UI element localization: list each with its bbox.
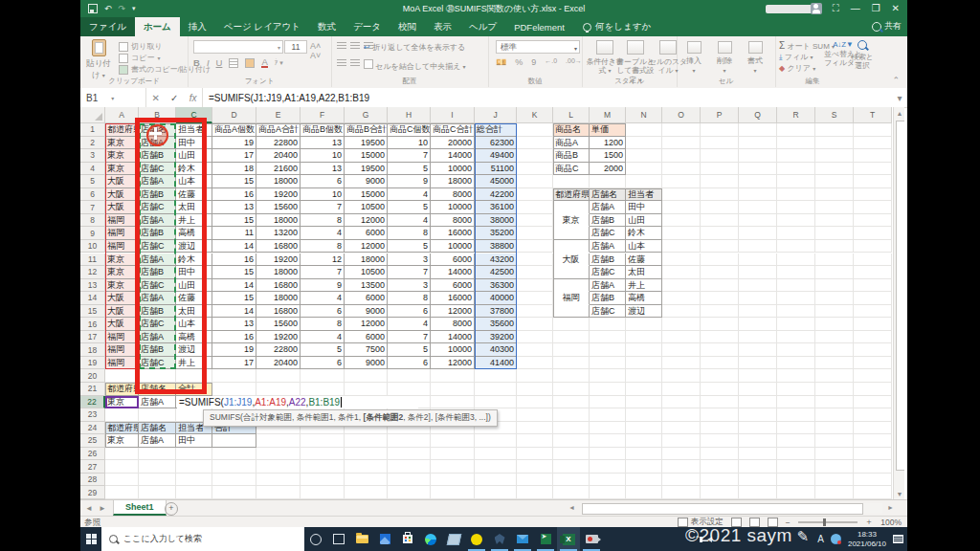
cell-T21[interactable] bbox=[854, 383, 892, 396]
column-header-J[interactable]: J bbox=[475, 107, 517, 123]
cell-F26[interactable] bbox=[301, 448, 345, 461]
cell-F3[interactable]: 10 bbox=[301, 149, 345, 163]
cell-S20[interactable] bbox=[815, 369, 854, 383]
cell-H6[interactable]: 4 bbox=[388, 188, 431, 202]
cell-M3[interactable]: 1500 bbox=[590, 149, 626, 163]
cell-R5[interactable] bbox=[777, 175, 815, 188]
cell-R7[interactable] bbox=[777, 201, 815, 214]
new-sheet-icon[interactable]: + bbox=[165, 502, 178, 516]
row-header-4[interactable]: 4 bbox=[80, 163, 105, 176]
cell-A1[interactable]: 都道府県 bbox=[105, 123, 139, 137]
cell-E3[interactable]: 20400 bbox=[256, 149, 301, 163]
currency-icon[interactable]: 💴 bbox=[496, 57, 506, 67]
cell-A25[interactable]: 東京 bbox=[105, 434, 139, 448]
column-header-A[interactable]: A bbox=[105, 107, 139, 123]
tab-file[interactable]: ファイル bbox=[80, 17, 135, 36]
cell-R17[interactable] bbox=[777, 331, 815, 344]
cell-F27[interactable] bbox=[301, 460, 345, 474]
cell-S26[interactable] bbox=[815, 448, 854, 461]
cell-B8[interactable]: 店舗A bbox=[139, 214, 176, 228]
cell-A20[interactable] bbox=[105, 369, 139, 383]
cell-Q28[interactable] bbox=[739, 474, 777, 487]
cell-H5[interactable]: 9 bbox=[388, 175, 431, 188]
cell-K14[interactable] bbox=[517, 292, 553, 305]
cell-C12[interactable]: 田中 bbox=[176, 266, 212, 279]
cell-I22[interactable] bbox=[431, 396, 475, 409]
cell-A11[interactable]: 東京 bbox=[105, 253, 139, 267]
cell-G29[interactable] bbox=[345, 486, 388, 499]
align-middle-icon[interactable] bbox=[350, 42, 360, 50]
cell-E14[interactable]: 18000 bbox=[256, 292, 301, 305]
cell-N6[interactable]: 担当者 bbox=[626, 188, 662, 202]
cell-N20[interactable] bbox=[626, 369, 662, 383]
cell-F18[interactable]: 5 bbox=[301, 343, 345, 357]
fill-button[interactable]: ⤓ フィル ▾ bbox=[779, 52, 813, 62]
find-select-button[interactable]: 検索と選択 bbox=[848, 40, 877, 71]
cell-N27[interactable] bbox=[626, 460, 662, 474]
cell-S5[interactable] bbox=[815, 175, 854, 188]
row-header-25[interactable]: 25 bbox=[80, 434, 105, 448]
cell-I18[interactable]: 10000 bbox=[431, 343, 475, 357]
cell-L7[interactable] bbox=[553, 201, 590, 214]
cell-K6[interactable] bbox=[517, 188, 553, 202]
cell-R10[interactable] bbox=[777, 240, 815, 253]
cell-Q11[interactable] bbox=[739, 253, 777, 267]
cell-F10[interactable]: 8 bbox=[301, 240, 345, 253]
cell-F29[interactable] bbox=[301, 486, 345, 499]
cell-E20[interactable] bbox=[256, 369, 301, 383]
cell-P14[interactable] bbox=[701, 292, 739, 305]
row-header-29[interactable]: 29 bbox=[80, 486, 105, 499]
cell-B22[interactable]: 店舗A bbox=[139, 396, 176, 409]
tab-review[interactable]: 校閲 bbox=[390, 17, 425, 36]
cell-P28[interactable] bbox=[701, 474, 739, 487]
font-name-select[interactable]: ▾ bbox=[193, 40, 283, 54]
cell-G26[interactable] bbox=[345, 448, 388, 461]
row-header-13[interactable]: 13 bbox=[80, 279, 105, 293]
cell-E25[interactable] bbox=[256, 434, 301, 448]
onenote-button[interactable] bbox=[442, 527, 465, 551]
cell-J20[interactable] bbox=[475, 369, 517, 383]
cell-J16[interactable]: 35600 bbox=[475, 318, 517, 331]
comma-icon[interactable]: 9 bbox=[531, 57, 536, 67]
cell-A26[interactable] bbox=[105, 448, 139, 461]
cell-F13[interactable]: 9 bbox=[301, 279, 345, 293]
cell-B17[interactable]: 店舗A bbox=[139, 331, 176, 344]
cell-I27[interactable] bbox=[431, 460, 475, 474]
cell-T24[interactable] bbox=[854, 422, 892, 435]
cell-K3[interactable] bbox=[517, 149, 553, 163]
cell-R29[interactable] bbox=[777, 486, 815, 499]
cell-N12[interactable]: 太田 bbox=[626, 266, 662, 279]
cell-I4[interactable]: 10000 bbox=[431, 163, 475, 176]
scroll-up-icon[interactable]: ▲ bbox=[894, 107, 904, 119]
cell-G25[interactable] bbox=[345, 434, 388, 448]
cell-D8[interactable]: 15 bbox=[212, 214, 256, 228]
cell-D6[interactable]: 16 bbox=[212, 188, 256, 202]
cell-M17[interactable] bbox=[590, 331, 626, 344]
cell-S18[interactable] bbox=[815, 343, 854, 357]
cell-B13[interactable]: 店舗C bbox=[139, 279, 176, 293]
cell-H15[interactable]: 6 bbox=[388, 305, 431, 319]
cell-M12[interactable]: 店舗C bbox=[590, 266, 626, 279]
grow-shrink-font-icons[interactable]: A˄ A˅ bbox=[310, 41, 331, 60]
borders-icon[interactable] bbox=[229, 58, 238, 68]
cell-Q1[interactable] bbox=[739, 123, 777, 137]
cell-S22[interactable] bbox=[815, 396, 854, 409]
column-header-I[interactable]: I bbox=[431, 107, 475, 123]
expand-formula-bar-icon[interactable]: ▾ bbox=[892, 88, 907, 107]
clear-button[interactable]: ◆ クリア ▾ bbox=[779, 63, 815, 74]
cell-L29[interactable] bbox=[553, 486, 590, 499]
cell-T9[interactable] bbox=[854, 227, 892, 240]
cell-B26[interactable] bbox=[139, 448, 176, 461]
cell-O22[interactable] bbox=[662, 396, 701, 409]
cell-M4[interactable]: 2000 bbox=[590, 163, 626, 176]
cell-G10[interactable]: 12000 bbox=[345, 240, 388, 253]
tab-pdfelement[interactable]: PDFelement bbox=[505, 17, 573, 36]
cell-J3[interactable]: 49400 bbox=[475, 149, 517, 163]
row-header-7[interactable]: 7 bbox=[80, 201, 105, 214]
format-cells-button[interactable]: 書式▾ bbox=[740, 41, 770, 75]
cell-I15[interactable]: 12000 bbox=[431, 305, 475, 319]
cell-S10[interactable] bbox=[815, 240, 854, 253]
cell-G4[interactable]: 19500 bbox=[345, 163, 388, 176]
cell-A28[interactable] bbox=[105, 474, 139, 487]
cell-I21[interactable] bbox=[431, 383, 475, 396]
